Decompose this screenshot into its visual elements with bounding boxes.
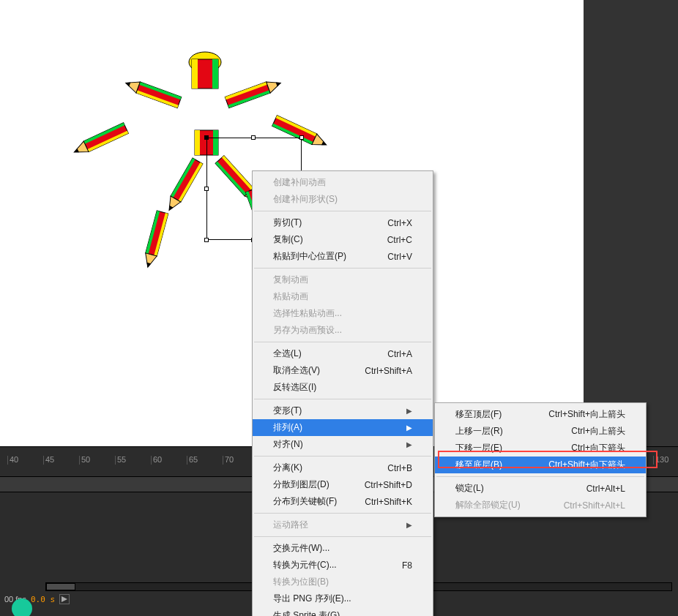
menu-copy[interactable]: 复制(C)Ctrl+C	[253, 231, 433, 248]
menu-distribute-layers[interactable]: 分散到图层(D)Ctrl+Shift+D	[253, 476, 433, 493]
submenu-unlock-all[interactable]: 解除全部锁定(U)Ctrl+Shift+Alt+L	[435, 497, 646, 514]
submenu-arrow-icon: ▶	[406, 424, 412, 432]
play-button[interactable]	[59, 594, 70, 604]
submenu-lock[interactable]: 锁定(L)Ctrl+Alt+L	[435, 480, 646, 497]
menu-convert-bitmap[interactable]: 转换为位图(B)	[253, 574, 433, 590]
menu-motion-path[interactable]: 运动路径▶	[253, 517, 433, 533]
menu-export-png[interactable]: 导出 PNG 序列(E)...	[253, 590, 433, 607]
menu-deselect-all[interactable]: 取消全选(V)Ctrl+Shift+A	[253, 362, 433, 379]
tag-chip[interactable]	[12, 598, 32, 616]
panel-gutter	[584, 0, 678, 446]
menu-arrange[interactable]: 排列(A)▶	[253, 419, 433, 436]
menu-save-motion-preset[interactable]: 另存为动画预设...	[253, 322, 433, 339]
svg-marker-12	[62, 596, 67, 602]
context-menu[interactable]: 创建补间动画 创建补间形状(S) 剪切(T)Ctrl+X 复制(C)Ctrl+C…	[252, 170, 433, 616]
svg-rect-10	[195, 130, 200, 155]
ruler-tick: 50	[79, 456, 115, 465]
ruler-tick: 130	[653, 456, 678, 465]
menu-distribute-keyframes[interactable]: 分布到关键帧(F)Ctrl+Shift+K	[253, 493, 433, 510]
submenu-arrow-icon: ▶	[406, 407, 412, 415]
ruler-tick: 45	[43, 456, 79, 465]
menu-convert-symbol[interactable]: 转换为元件(C)...F8	[253, 557, 433, 574]
menu-generate-sprite[interactable]: 生成 Sprite 表(G)...	[253, 607, 433, 616]
menu-copy-motion[interactable]: 复制动画	[253, 271, 433, 288]
menu-align[interactable]: 对齐(N)▶	[253, 436, 433, 453]
submenu-bring-front[interactable]: 移至顶层(F)Ctrl+Shift+向上箭头	[435, 406, 646, 423]
submenu-bring-forward[interactable]: 上移一层(R)Ctrl+向上箭头	[435, 423, 646, 440]
ruler-tick: 40	[7, 456, 43, 465]
menu-swap-symbol[interactable]: 交换元件(W)...	[253, 540, 433, 557]
time-label: 0.0 s	[31, 595, 55, 604]
menu-paste-motion[interactable]: 粘贴动画	[253, 288, 433, 305]
arrange-submenu[interactable]: 移至顶层(F)Ctrl+Shift+向上箭头 上移一层(R)Ctrl+向上箭头 …	[434, 402, 647, 517]
menu-paste-center[interactable]: 粘贴到中心位置(P)Ctrl+V	[253, 248, 433, 265]
menu-break-apart[interactable]: 分离(K)Ctrl+B	[253, 459, 433, 476]
timeline-status: 00 fps 0.0 s	[0, 591, 74, 607]
menu-select-all[interactable]: 全选(L)Ctrl+A	[253, 345, 433, 362]
svg-rect-7	[192, 59, 198, 89]
menu-create-motion-tween[interactable]: 创建补间动画	[253, 174, 433, 191]
menu-create-shape-tween[interactable]: 创建补间形状(S)	[253, 191, 433, 208]
menu-cut[interactable]: 剪切(T)Ctrl+X	[253, 214, 433, 231]
menu-transform[interactable]: 变形(T)▶	[253, 402, 433, 419]
submenu-arrow-icon: ▶	[406, 521, 412, 529]
submenu-send-back[interactable]: 移至底层(B)Ctrl+Shift+向下箭头	[435, 457, 646, 473]
ruler-tick: 60	[151, 456, 187, 465]
play-icon	[62, 596, 67, 602]
submenu-send-backward[interactable]: 下移一层(E)Ctrl+向下箭头	[435, 440, 646, 457]
ruler-tick: 55	[115, 456, 151, 465]
scrollbar-thumb[interactable]	[46, 583, 75, 590]
menu-invert-selection[interactable]: 反转选区(I)	[253, 379, 433, 396]
submenu-arrow-icon: ▶	[406, 440, 412, 448]
ruler-tick: 65	[187, 456, 223, 465]
menu-paste-motion-special[interactable]: 选择性粘贴动画...	[253, 305, 433, 322]
svg-rect-8	[212, 59, 218, 89]
